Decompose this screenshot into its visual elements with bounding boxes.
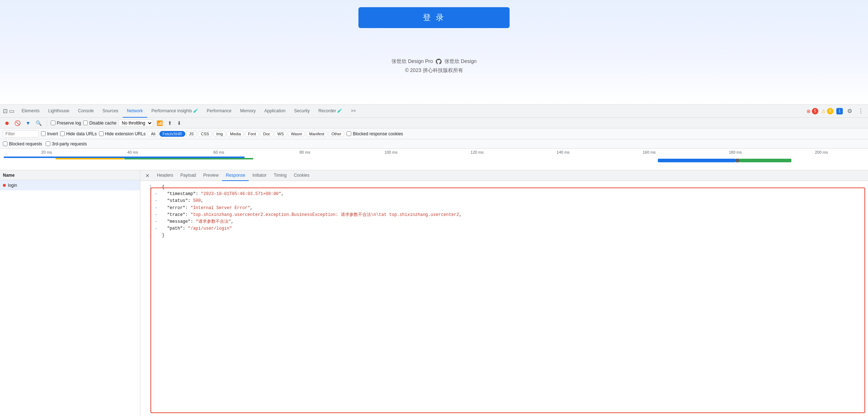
filter-input[interactable] (3, 130, 39, 137)
resp-line-8: - } (145, 232, 864, 239)
warning-icon: ⚠ (821, 108, 826, 114)
info-badge-group: 1 (836, 108, 843, 114)
hide-ext-urls-label[interactable]: Hide extension URLs (99, 131, 146, 136)
hide-data-urls-label[interactable]: Hide data URLs (60, 131, 97, 136)
detail-tab-preview[interactable]: Preview (200, 170, 222, 181)
blocked-requests-checkbox[interactable] (3, 141, 8, 146)
tab-performance[interactable]: Performance (203, 105, 236, 118)
tab-recorder[interactable]: Recorder 🧪 (314, 105, 347, 118)
resp-content-3: "status": 500, (162, 198, 864, 204)
settings-button[interactable]: ⚙ (846, 106, 854, 116)
detail-tab-headers[interactable]: Headers (153, 170, 177, 181)
chip-fetch-xhr[interactable]: Fetch/XHR (159, 131, 185, 137)
page-area: 登 录 张世欣 Design Pro 张世欣 Design © 2023 拼心科… (0, 0, 868, 104)
network-toolbar: ⏺ 🚫 ▼ 🔍 Preserve log Disable cache No th… (0, 118, 868, 128)
tab-more[interactable]: >> (347, 105, 360, 118)
github-icon (436, 59, 442, 64)
login-error-dot (3, 184, 6, 187)
network-name-list: Name login (0, 170, 140, 416)
third-party-checkbox[interactable] (46, 141, 50, 146)
chip-js[interactable]: JS (186, 131, 197, 137)
resp-content-2: "timestamp": "2023-10-01T05:46:03.571+00… (162, 191, 864, 198)
footer-copyright: © 2023 拼心科技版权所有 (405, 67, 463, 73)
chip-css[interactable]: CSS (198, 131, 212, 137)
tl-label-3: 80 ms (262, 150, 348, 154)
third-party-text: 3rd-party requests (52, 141, 87, 146)
tab-console[interactable]: Console (74, 105, 98, 118)
tl-label-1: 40 ms (90, 150, 176, 154)
chip-ws[interactable]: WS (274, 131, 287, 137)
detail-tab-timing[interactable]: Timing (270, 170, 290, 181)
chip-other[interactable]: Other (328, 131, 345, 137)
filter-button[interactable]: ▼ (24, 119, 32, 127)
login-button[interactable]: 登 录 (358, 7, 510, 28)
chip-manifest[interactable]: Manifest (306, 131, 327, 137)
hide-ext-urls-checkbox[interactable] (99, 131, 104, 136)
detail-tab-response[interactable]: Response (222, 170, 249, 181)
clear-button[interactable]: 🚫 (13, 119, 22, 127)
login-row-name: login (8, 183, 17, 188)
tab-elements[interactable]: Elements (17, 105, 44, 118)
detail-tab-cookies[interactable]: Cookies (290, 170, 313, 181)
resp-indent-3: - (155, 198, 159, 204)
resp-line-3: - - "status": 500, (145, 198, 864, 204)
tl-label-7: 160 ms (606, 150, 692, 154)
chip-font[interactable]: Font (245, 131, 259, 137)
tab-perf-insights[interactable]: Performance insights 🧪 (147, 105, 203, 118)
disable-cache-label[interactable]: Disable cache (83, 121, 116, 126)
invert-label[interactable]: Invert (41, 131, 58, 136)
footer-text: 张世欣 Design Pro 张世欣 Design © 2023 拼心科技版权所… (392, 57, 476, 75)
chip-doc[interactable]: Doc (260, 131, 273, 137)
timeline-labels: 20 ms 40 ms 60 ms 80 ms 100 ms 120 ms 14… (0, 150, 868, 154)
detail-tab-payload[interactable]: Payload (177, 170, 199, 181)
chip-all[interactable]: All (148, 131, 158, 137)
device-icon[interactable]: ▭ (9, 108, 14, 114)
chip-img[interactable]: Img (213, 131, 226, 137)
record-button[interactable]: ⏺ (3, 119, 11, 127)
tab-network[interactable]: Network (123, 105, 147, 118)
detail-tab-initiator[interactable]: Initiator (249, 170, 270, 181)
preserve-log-checkbox[interactable] (51, 121, 55, 125)
resp-indent-6: - (155, 218, 159, 225)
tab-memory[interactable]: Memory (236, 105, 260, 118)
throttle-select[interactable]: No throttling (119, 119, 153, 127)
preserve-log-text: Preserve log (57, 121, 81, 126)
invert-checkbox[interactable] (41, 131, 46, 136)
hide-data-urls-checkbox[interactable] (60, 131, 65, 136)
chip-wasm[interactable]: Wasm (288, 131, 306, 137)
resp-num-3: - (145, 198, 152, 204)
network-timeline: 20 ms 40 ms 60 ms 80 ms 100 ms 120 ms 14… (0, 149, 868, 170)
search-button[interactable]: 🔍 (34, 119, 43, 127)
network-split: Name login ✕ Headers Payload Preview (0, 170, 868, 416)
devtools-panel: ⊡ ▭ Elements Lighthouse Console Sources … (0, 104, 868, 416)
network-row-login[interactable]: login (0, 180, 140, 190)
tab-application[interactable]: Application (260, 105, 290, 118)
preserve-log-label[interactable]: Preserve log (51, 121, 81, 126)
chip-media[interactable]: Media (227, 131, 244, 137)
disable-cache-checkbox[interactable] (83, 121, 88, 125)
network-name-header: Name (0, 170, 140, 180)
more-button[interactable]: ⋮ (856, 106, 865, 116)
blocked-cookies-checkbox[interactable] (347, 131, 351, 136)
tab-security[interactable]: Security (290, 105, 314, 118)
blocked-requests-label[interactable]: Blocked requests (3, 141, 42, 146)
timing-tab-label: Timing (274, 173, 287, 178)
hide-ext-urls-text: Hide extension URLs (105, 131, 146, 136)
footer-brand: 张世欣 Design Pro (392, 58, 433, 64)
upload-icon[interactable]: ⬆ (166, 119, 173, 127)
tab-lighthouse[interactable]: Lighthouse (44, 105, 74, 118)
network-detail: ✕ Headers Payload Preview Response Initi… (140, 170, 868, 416)
tl-label-6: 140 ms (520, 150, 606, 154)
detail-close-button[interactable]: ✕ (143, 173, 152, 178)
blocked-cookies-label[interactable]: Blocked response cookies (347, 131, 403, 136)
download-icon[interactable]: ⬇ (176, 119, 183, 127)
response-tab-label: Response (226, 173, 245, 178)
cookies-tab-label: Cookies (294, 173, 309, 178)
tl-bar-green (124, 158, 253, 159)
devtools-badges: ⊗ 5 ⚠ 8 1 ⚙ ⋮ (806, 106, 865, 116)
tab-sources[interactable]: Sources (98, 105, 123, 118)
third-party-label[interactable]: 3rd-party requests (46, 141, 87, 146)
tl-label-4: 100 ms (348, 150, 434, 154)
inspect-icon[interactable]: ⊡ (3, 108, 8, 114)
wifi-icon[interactable]: 📶 (155, 119, 164, 127)
